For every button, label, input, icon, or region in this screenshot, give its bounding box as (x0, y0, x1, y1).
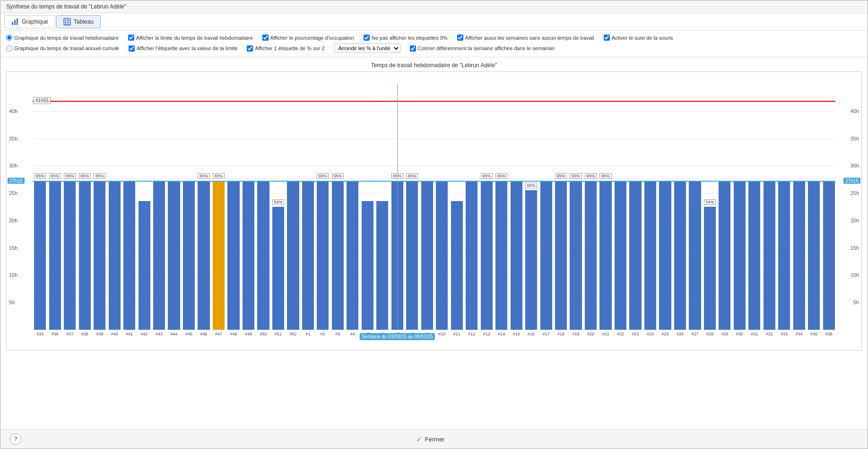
tick-#47-12: #47 (211, 332, 226, 336)
bar-#6[interactable] (376, 201, 388, 330)
bar-label-#13: 65% (481, 173, 493, 179)
check-suivi-souris[interactable]: Activer le suivi de la souris (604, 35, 673, 41)
bar-#10[interactable] (436, 181, 448, 330)
bar-#35[interactable] (808, 181, 820, 330)
bar-#30[interactable] (734, 181, 746, 330)
tick-#4-21: #4 (345, 332, 360, 336)
tick-#23-40: #23 (628, 332, 642, 336)
bar-#37[interactable] (64, 181, 76, 330)
bar-#52[interactable] (287, 181, 299, 330)
check-etiquette-sur2[interactable]: Afficher 1 étiquette de % sur 2 (247, 45, 324, 52)
tick-#30-47: #30 (732, 332, 747, 336)
tick-#20-37: #20 (583, 332, 598, 336)
check-no-zero[interactable]: Ne pas afficher les étiquettes 0% (364, 35, 448, 41)
bar-#36[interactable] (823, 181, 835, 330)
bar-#43[interactable] (153, 181, 165, 330)
bar-#36[interactable] (49, 181, 61, 330)
bar-#47[interactable] (213, 181, 225, 330)
y-label-right-5: 5h (853, 299, 859, 305)
blue-hline-label-right: 27h15 (843, 178, 860, 184)
bar-#46[interactable] (198, 181, 209, 330)
tick-#19-36: #19 (568, 332, 583, 336)
bar-#16[interactable] (525, 190, 537, 330)
bar-#14[interactable] (495, 181, 507, 330)
tick-#32-49: #32 (762, 332, 777, 336)
bar-#12[interactable] (466, 181, 477, 330)
bar-label-#35: 65% (34, 173, 46, 179)
bar-#2[interactable] (317, 181, 329, 330)
bar-#17[interactable] (540, 181, 552, 330)
tick-#29-46: #29 (717, 332, 732, 336)
bar-#41[interactable] (123, 181, 135, 330)
bar-#11[interactable] (451, 201, 463, 330)
tick-#39-4: #39 (92, 332, 107, 336)
y-label-right-10: 10h (851, 272, 859, 278)
bar-#48[interactable] (227, 181, 239, 330)
bar-label-#14: 65% (495, 173, 507, 179)
bar-#24[interactable] (644, 181, 656, 330)
bar-#33[interactable] (778, 181, 790, 330)
bar-#44[interactable] (168, 181, 180, 330)
bar-#19[interactable] (570, 181, 582, 330)
bar-#4[interactable] (347, 181, 358, 330)
bar-#21[interactable] (599, 181, 611, 330)
bar-#23[interactable] (629, 181, 641, 330)
tick-#34-51: #34 (792, 332, 807, 336)
bar-#35[interactable] (34, 181, 46, 330)
tick-#36-1: #36 (47, 332, 62, 336)
bar-#51[interactable] (272, 207, 284, 330)
bar-#20[interactable] (585, 181, 597, 330)
bar-#8[interactable] (406, 181, 418, 330)
close-button[interactable]: ✓ Fermer (416, 435, 445, 444)
svg-rect-2 (17, 18, 18, 25)
bar-#1[interactable] (302, 181, 314, 330)
bar-#13[interactable] (481, 181, 493, 330)
check-etiquette-limite[interactable]: Afficher l'étiquette avec la valeur de l… (129, 45, 237, 52)
bar-#25[interactable] (659, 181, 671, 330)
bar-#9[interactable] (421, 181, 433, 330)
bar-#34[interactable] (793, 181, 805, 330)
bar-#27[interactable] (689, 181, 701, 330)
bar-#40[interactable] (109, 181, 121, 330)
tab-graphique[interactable]: Graphique (4, 15, 55, 28)
bar-label-#7: 65% (391, 173, 403, 179)
tick-#35-52: #35 (807, 332, 821, 336)
bar-label-#38: 65% (79, 173, 91, 179)
y-label-left-20: 20h (9, 218, 17, 223)
check-sans-travail[interactable]: Afficher aussi les semaines sans aucun t… (457, 35, 594, 41)
bar-#26[interactable] (674, 181, 686, 330)
check-colorer[interactable]: Colorer différemment la semaine affichée… (410, 45, 555, 52)
bar-#18[interactable] (555, 181, 567, 330)
tick-#48-13: #48 (226, 332, 241, 336)
tab-tableau[interactable]: Tableau (56, 15, 101, 28)
bar-#15[interactable] (511, 181, 522, 330)
bar-#5[interactable] (362, 201, 373, 330)
bar-#39[interactable] (94, 181, 105, 330)
check-pourcentage[interactable]: Afficher le pourcentage d'occupation (262, 35, 354, 41)
bar-#32[interactable] (764, 181, 775, 330)
chart-container: 5h5h10h10h15h15h20h20h25h25h30h30h35h35h… (6, 71, 862, 351)
bar-#45[interactable] (183, 181, 195, 330)
tick-#12-29: #12 (464, 332, 479, 336)
tick-#43-8: #43 (152, 332, 166, 336)
bar-#38[interactable] (79, 181, 91, 330)
bar-#3[interactable] (332, 181, 344, 330)
y-label-right-30: 30h (851, 163, 859, 168)
radio-hebdomadaire[interactable]: Graphique du temps de travail hebdomadai… (6, 35, 119, 41)
bar-#50[interactable] (257, 181, 269, 330)
bar-label-#19: 65% (570, 173, 582, 179)
bar-#22[interactable] (615, 181, 626, 330)
check-limite[interactable]: Afficher la limite du temps de travail h… (128, 35, 253, 41)
bar-#28[interactable] (704, 207, 716, 330)
radio-annuel[interactable]: Graphique du temps de travail annuel cum… (6, 45, 119, 52)
bar-#49[interactable] (243, 181, 254, 330)
bar-#31[interactable] (748, 181, 760, 330)
help-button[interactable]: ? (10, 433, 21, 445)
y-label-left-15: 15h (9, 245, 17, 251)
bar-#29[interactable] (719, 181, 730, 330)
bar-label-#47: 65% (213, 173, 225, 179)
tick-#52-17: #52 (286, 332, 300, 336)
bar-#42[interactable] (139, 201, 150, 330)
arrondir-dropdown[interactable]: Arrondir les % à l'unité (334, 44, 400, 53)
tick-#1-18: #1 (301, 332, 315, 336)
